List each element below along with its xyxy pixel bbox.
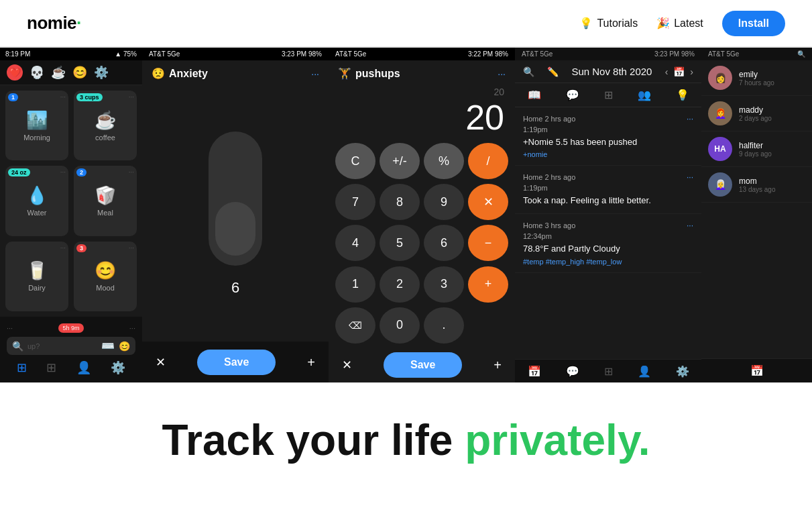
p4-nav-settings[interactable]: ⚙️ (676, 365, 689, 378)
person-maddy[interactable]: 👩‍🦰 maddy 2 days ago (701, 96, 812, 132)
calc-btn-empty (468, 307, 508, 344)
person-halfiter[interactable]: HA halfiter 9 days ago (701, 132, 812, 167)
calc-btn-3[interactable]: 3 (424, 266, 464, 303)
calc-btn-minus[interactable]: − (468, 225, 508, 261)
search-icon-p4[interactable]: 🔍 (523, 66, 534, 77)
tile-meal-menu[interactable]: ··· (129, 168, 134, 176)
calc-btn-7[interactable]: 7 (335, 184, 375, 220)
save-button[interactable]: Save (197, 350, 276, 375)
edit-icon-p4[interactable]: ✏️ (547, 66, 559, 77)
calc-btn-plusminus[interactable]: +/- (380, 143, 420, 179)
feed-item-3-time: 12:34pm (523, 232, 693, 240)
phone-3-display: 20 20 (329, 87, 515, 143)
smiley-icon: 😊 (72, 65, 87, 80)
feed-item-3-tags[interactable]: #temp #temp_high #temp_low (523, 258, 693, 266)
tab-people[interactable]: 👥 (638, 89, 651, 101)
cancel-x-button[interactable]: ✕ (156, 355, 166, 370)
tile-coffee-menu[interactable]: ··· (129, 93, 134, 101)
phone-5-bottom-nav: 📅 (701, 358, 812, 382)
feed-item-2-dots[interactable]: ··· (687, 172, 693, 182)
person-emily[interactable]: 👩 emily 7 hours ago (701, 60, 812, 96)
phone-container: 8:19 PM ▲ 75% ❤️ 💀 ☕ 😊 ⚙️ 1 ··· 🏙️ Morni… (0, 48, 812, 382)
p4-nav-person[interactable]: 👤 (638, 365, 651, 378)
tab-book[interactable]: 📖 (528, 89, 541, 101)
phone-1-status-bar: 8:19 PM ▲ 75% (0, 48, 142, 60)
phone-1-search[interactable]: 🔍 up? ⌨️ 😊 (7, 337, 135, 355)
calc-btn-4[interactable]: 4 (335, 225, 375, 261)
slider-thumb[interactable] (215, 202, 255, 256)
tile-dairy-menu[interactable]: ··· (60, 244, 66, 252)
calendar-icon[interactable]: 📅 (673, 66, 685, 77)
phone-3-cancel-button[interactable]: ✕ (342, 358, 352, 372)
tile-meal[interactable]: 2 ··· 🥡 Meal (74, 166, 137, 236)
install-button[interactable]: Install (722, 11, 785, 36)
phone-3-plus-button[interactable]: + (494, 358, 502, 373)
tile-morning[interactable]: 1 ··· 🏙️ Morning (5, 91, 68, 160)
plus-button[interactable]: + (307, 355, 315, 370)
calc-btn-percent[interactable]: % (424, 143, 464, 179)
tile-morning-label: Morning (23, 134, 50, 142)
tab-chat[interactable]: 💬 (566, 89, 579, 101)
cup-icon: ☕ (51, 65, 66, 80)
phone-3-more-dots[interactable]: ··· (498, 68, 506, 79)
prev-date-button[interactable]: ‹ (665, 66, 669, 77)
calc-btn-plus[interactable]: + (468, 266, 508, 303)
tile-water-menu[interactable]: ··· (60, 168, 66, 176)
tab-grid[interactable]: ⊞ (604, 89, 613, 101)
phone-3-save-button[interactable]: Save (384, 352, 462, 378)
slider-value: 6 (231, 279, 239, 297)
feed-item-3-meta: Home 3 hrs ago ··· (523, 221, 693, 230)
slider-track[interactable] (209, 132, 262, 266)
phone-2-time-battery: 3:23 PM 98% (282, 50, 322, 58)
tile-mood-menu[interactable]: ··· (129, 244, 134, 252)
calc-btn-2[interactable]: 2 (380, 266, 420, 303)
next-date-button[interactable]: › (690, 66, 693, 77)
calc-btn-multiply[interactable]: ✕ (468, 184, 508, 220)
calc-btn-9[interactable]: 9 (424, 184, 464, 220)
tutorials-link[interactable]: 💡 Tutorials (579, 17, 638, 30)
nav-menu-icon[interactable]: ⊞ (46, 360, 56, 375)
calc-btn-8[interactable]: 8 (380, 184, 420, 220)
calc-btn-0[interactable]: 0 (380, 307, 420, 344)
phone-2-footer: ✕ Save + (142, 342, 329, 382)
phone-2-more-dots[interactable]: ··· (311, 68, 319, 79)
halfiter-ago: 9 days ago (739, 150, 805, 158)
phone-5-search-icon[interactable]: 🔍 (797, 50, 805, 58)
calc-btn-C[interactable]: C (335, 143, 375, 179)
nav-grid-icon[interactable]: ⊞ (17, 360, 27, 375)
feed-item-1-dots[interactable]: ··· (687, 114, 693, 123)
p4-nav-grid[interactable]: ⊞ (604, 365, 613, 378)
p4-nav-cal[interactable]: 📅 (528, 365, 541, 378)
people-feed: 👩 emily 7 hours ago 👩‍🦰 maddy 2 days ago (701, 60, 812, 382)
nav-settings-icon[interactable]: ⚙️ (111, 360, 125, 375)
tile-water[interactable]: 24 oz ··· 💧 Water (5, 166, 68, 236)
p5-nav-cal[interactable]: 📅 (750, 364, 764, 377)
phone-3-time-battery: 3:22 PM 98% (468, 50, 508, 58)
calc-btn-backspace[interactable]: ⌫ (335, 307, 375, 344)
tile-coffee[interactable]: 3 cups ··· ☕ coffee (74, 91, 137, 160)
feed-item-1-tag[interactable]: +nomie (523, 150, 693, 158)
tab-bulb[interactable]: 💡 (676, 89, 689, 101)
calc-btn-5[interactable]: 5 (380, 225, 420, 261)
p4-nav-chat[interactable]: 💬 (566, 365, 579, 378)
calc-btn-dot[interactable]: . (424, 307, 464, 344)
phone-2-header: 😟 Anxiety ··· (142, 60, 329, 87)
tile-mood-label: Mood (96, 284, 115, 292)
calc-btn-divide[interactable]: / (468, 143, 508, 179)
tile-morning-menu[interactable]: ··· (60, 93, 66, 101)
feed-item-3-dots[interactable]: ··· (687, 221, 693, 230)
tile-mood[interactable]: 3 ··· 😊 Mood (74, 242, 137, 311)
tile-meal-badge: 2 (76, 168, 86, 176)
nav-person-icon[interactable]: 👤 (76, 360, 91, 375)
feed-item-1: Home 2 hrs ago ··· 1:19pm +Nomie 5.5 has… (515, 107, 701, 166)
emily-name: emily (739, 70, 805, 79)
header-nav: 💡 Tutorials 🎉 Latest Install (579, 11, 785, 36)
anxiety-label: Anxiety (169, 68, 208, 80)
feed-item-1-meta: Home 2 hrs ago ··· (523, 114, 693, 123)
latest-link[interactable]: 🎉 Latest (656, 17, 703, 30)
calc-btn-6[interactable]: 6 (424, 225, 464, 261)
tile-dairy[interactable]: ··· 🥛 Dairy (5, 242, 68, 311)
calc-current-value: 20 (339, 97, 504, 138)
calc-btn-1[interactable]: 1 (335, 266, 375, 303)
person-mom[interactable]: 👩‍🦳 mom 13 days ago (701, 167, 812, 203)
